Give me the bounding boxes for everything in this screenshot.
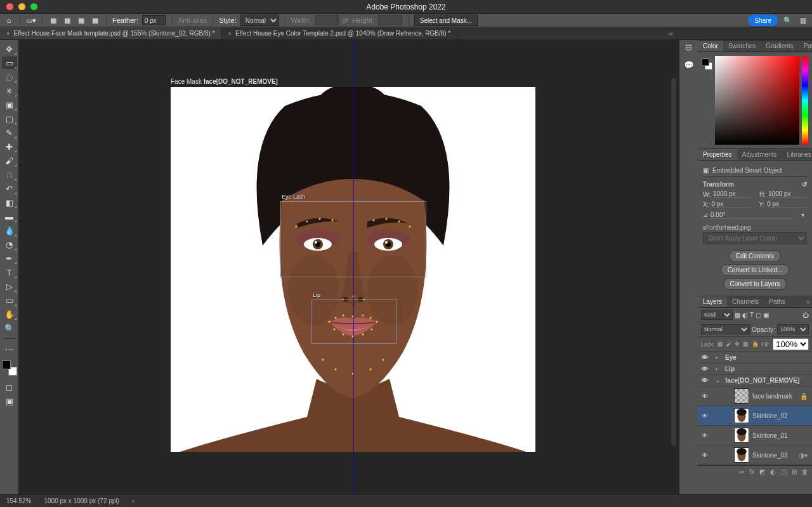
filter-type-icon[interactable]: T [750, 312, 754, 319]
minimize-window[interactable] [18, 3, 25, 10]
search-icon[interactable]: 🔍 [783, 15, 793, 25]
prop-angle[interactable] [710, 211, 794, 219]
layer-face-landmark[interactable]: 👁face landmark🔒 [698, 386, 812, 406]
marquee-tool[interactable]: ▭ [2, 56, 17, 69]
gradient-tool[interactable]: ▬ [2, 210, 17, 223]
flip-icon[interactable]: ▾ [799, 211, 807, 219]
tab-patterns[interactable]: Patterns [799, 41, 812, 51]
hand-tool[interactable]: ✋ [2, 308, 17, 320]
convert-layers-button[interactable]: Convert to Layers [723, 278, 787, 290]
frame-tool[interactable]: ▢ [2, 112, 17, 125]
stamp-tool[interactable]: ⎍ [2, 168, 17, 181]
quickmask-icon[interactable]: ◻ [2, 381, 17, 393]
canvas[interactable]: Face Mask face[DO_NOT_REMOVE] [19, 40, 679, 494]
doc-tab-1[interactable]: ×Effect House Face Mask template.psd @ 1… [0, 27, 222, 39]
vertical-guide[interactable] [353, 40, 354, 494]
layer-Lip[interactable]: 👁›Lip [698, 364, 812, 375]
layer-face-DO_NOT_REMOVE-[interactable]: 👁⌄face[DO_NOT_REMOVE] [698, 375, 812, 386]
maximize-window[interactable] [30, 3, 37, 10]
home-icon[interactable]: ⌂ [4, 15, 14, 25]
subtract-selection-icon[interactable]: ▦ [76, 15, 86, 25]
lock-trans-icon[interactable]: ▩ [717, 341, 724, 348]
visibility-icon[interactable]: 👁 [700, 393, 709, 400]
visibility-icon[interactable]: 👁 [700, 432, 709, 439]
comments-panel-icon[interactable]: 💬 [683, 60, 695, 72]
histogram-panel-icon[interactable]: ⊟ [683, 43, 695, 54]
tab-layers[interactable]: Layers [698, 296, 727, 307]
shape-tool[interactable]: ▭ [2, 294, 17, 306]
lasso-tool[interactable]: ◌ [2, 70, 17, 83]
heal-tool[interactable]: ✚ [2, 140, 17, 153]
tab-paths[interactable]: Paths [764, 296, 790, 307]
edit-contents-button[interactable]: Edit Contents [729, 250, 781, 262]
link-layers-icon[interactable]: ⇔ [739, 468, 744, 475]
canvas-scrollbar[interactable] [671, 78, 676, 446]
status-zoom[interactable]: 154.52% [6, 497, 31, 504]
prop-x[interactable] [711, 201, 751, 208]
visibility-icon[interactable]: 👁 [700, 365, 709, 372]
layer-Skintone_03[interactable]: 👁Skintone_03◑▾ [698, 445, 812, 465]
tab-channels[interactable]: Channels [727, 296, 764, 307]
tool-preset-icon[interactable]: ▭▾ [26, 15, 36, 25]
layers-panel-menu-icon[interactable]: ≡ [804, 297, 812, 307]
color-picker[interactable] [715, 56, 799, 145]
filter-shape-icon[interactable]: ▢ [756, 312, 761, 319]
adjustment-layer-icon[interactable]: ◐ [770, 468, 776, 475]
lock-pos-icon[interactable]: ✥ [735, 341, 741, 348]
visibility-icon[interactable]: 👁 [700, 412, 709, 419]
visibility-icon[interactable]: 👁 [700, 377, 709, 384]
layer-fx-icon[interactable]: fx [749, 468, 754, 475]
filter-smart-icon[interactable]: ▣ [763, 312, 769, 319]
visibility-icon[interactable]: 👁 [700, 452, 709, 459]
filter-pixel-icon[interactable]: ▩ [735, 312, 740, 319]
tab-gradients[interactable]: Gradients [761, 41, 798, 51]
type-tool[interactable]: T [2, 266, 17, 279]
new-layer-icon[interactable]: ⊞ [792, 468, 797, 475]
lock-all-icon[interactable]: 🔒 [752, 341, 759, 348]
zoom-tool[interactable]: 🔍 [2, 322, 17, 334]
brush-tool[interactable]: 🖌 [2, 154, 17, 167]
blur-tool[interactable]: 💧 [2, 224, 17, 237]
filter-adjust-icon[interactable]: ◐ [742, 312, 748, 319]
hue-slider[interactable] [802, 56, 808, 145]
layer-comp-select[interactable]: Don't Apply Layer Comp [703, 232, 807, 244]
tab-swatches[interactable]: Swatches [723, 41, 761, 51]
prop-y[interactable] [767, 201, 807, 208]
feather-input[interactable] [142, 15, 166, 25]
dodge-tool[interactable]: ◔ [2, 238, 17, 251]
intersect-selection-icon[interactable]: ▦ [90, 15, 100, 25]
history-brush-tool[interactable]: ↶ [2, 182, 17, 195]
pen-tool[interactable]: ✒ [2, 252, 17, 265]
blend-mode[interactable]: Normal [701, 324, 750, 334]
edit-toolbar-icon[interactable]: ⋯ [2, 343, 17, 355]
smart-filter-icon[interactable]: ◑▾ [799, 452, 809, 459]
select-and-mask-button[interactable]: Select and Mask... [414, 15, 478, 26]
crop-tool[interactable]: ▣ [2, 98, 17, 111]
layer-Skintone_01[interactable]: 👁Skintone_01 [698, 426, 812, 445]
layer-mask-icon[interactable]: ◩ [759, 468, 765, 475]
workspace-icon[interactable]: ▥ [798, 15, 808, 25]
tab-color[interactable]: Color [698, 41, 723, 51]
layer-filter[interactable]: Kind [701, 310, 733, 320]
tab-libraries[interactable]: Libraries [782, 149, 812, 160]
fg-bg-color[interactable] [2, 360, 17, 376]
panel-collapse-icon[interactable]: ≪ [667, 28, 674, 39]
fill-input[interactable]: 100% [773, 338, 809, 350]
new-selection-icon[interactable]: ▦ [48, 15, 58, 25]
reset-transform-icon[interactable]: ↺ [802, 181, 807, 188]
add-selection-icon[interactable]: ▦ [62, 15, 72, 25]
status-dims[interactable]: 1000 px x 1000 px (72 ppi) [44, 497, 119, 504]
screenmode-icon[interactable]: ▣ [2, 395, 17, 407]
delete-layer-icon[interactable]: 🗑 [802, 468, 808, 475]
move-tool[interactable]: ✥ [2, 43, 17, 55]
status-chevron-icon[interactable]: › [132, 497, 134, 504]
color-fgbg[interactable] [702, 58, 712, 70]
lock-paint-icon[interactable]: 🖌 [726, 341, 732, 348]
prop-h[interactable] [768, 190, 807, 198]
eraser-tool[interactable]: ◧ [2, 196, 17, 209]
visibility-icon[interactable]: 👁 [700, 354, 709, 361]
eyedropper-tool[interactable]: ✎ [2, 126, 17, 139]
lock-nest-icon[interactable]: ▦ [743, 341, 749, 348]
layer-Eye[interactable]: 👁›Eye [698, 352, 812, 364]
convert-linked-button[interactable]: Convert to Linked... [721, 264, 790, 276]
